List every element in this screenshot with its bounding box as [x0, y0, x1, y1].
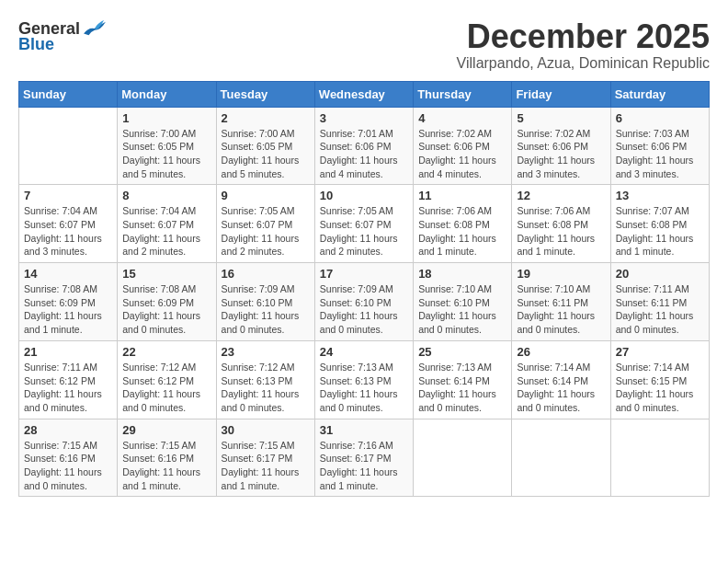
- day-number: 3: [320, 111, 408, 125]
- day-number: 6: [616, 111, 704, 125]
- calendar-cell: 11Sunrise: 7:06 AM Sunset: 6:08 PM Dayli…: [414, 185, 512, 263]
- day-number: 7: [24, 189, 112, 202]
- column-header-monday: Monday: [118, 81, 216, 107]
- calendar-cell: 4Sunrise: 7:02 AM Sunset: 6:06 PM Daylig…: [414, 107, 512, 185]
- day-number: 22: [122, 345, 210, 359]
- calendar-cell: 30Sunrise: 7:15 AM Sunset: 6:17 PM Dayli…: [216, 419, 314, 497]
- day-info: Sunrise: 7:15 AM Sunset: 6:17 PM Dayligh…: [222, 439, 310, 493]
- calendar-header-row: SundayMondayTuesdayWednesdayThursdayFrid…: [19, 81, 710, 107]
- day-info: Sunrise: 7:06 AM Sunset: 6:08 PM Dayligh…: [517, 204, 605, 259]
- calendar-cell: 15Sunrise: 7:08 AM Sunset: 6:09 PM Dayli…: [118, 263, 216, 341]
- day-info: Sunrise: 7:10 AM Sunset: 6:11 PM Dayligh…: [517, 282, 605, 337]
- day-number: 11: [418, 189, 506, 202]
- month-title: December 2025: [457, 18, 710, 55]
- calendar-cell: 2Sunrise: 7:00 AM Sunset: 6:05 PM Daylig…: [216, 107, 314, 185]
- logo-blue-text: Blue: [18, 35, 54, 54]
- day-number: 5: [517, 111, 605, 125]
- day-info: Sunrise: 7:11 AM Sunset: 6:12 PM Dayligh…: [24, 361, 112, 415]
- location-subtitle: Villarpando, Azua, Dominican Republic: [457, 55, 710, 72]
- day-number: 8: [122, 189, 210, 202]
- calendar-cell: 31Sunrise: 7:16 AM Sunset: 6:17 PM Dayli…: [314, 419, 413, 497]
- day-number: 16: [222, 267, 310, 281]
- column-header-saturday: Saturday: [610, 81, 709, 107]
- calendar-cell: 13Sunrise: 7:07 AM Sunset: 6:08 PM Dayli…: [610, 185, 709, 263]
- day-info: Sunrise: 7:12 AM Sunset: 6:13 PM Dayligh…: [222, 361, 310, 415]
- calendar-cell: 17Sunrise: 7:09 AM Sunset: 6:10 PM Dayli…: [314, 263, 413, 341]
- day-info: Sunrise: 7:09 AM Sunset: 6:10 PM Dayligh…: [320, 282, 408, 337]
- day-info: Sunrise: 7:11 AM Sunset: 6:11 PM Dayligh…: [616, 282, 704, 337]
- calendar-cell: 22Sunrise: 7:12 AM Sunset: 6:12 PM Dayli…: [118, 340, 216, 419]
- day-info: Sunrise: 7:02 AM Sunset: 6:06 PM Dayligh…: [418, 127, 506, 181]
- calendar-cell: 21Sunrise: 7:11 AM Sunset: 6:12 PM Dayli…: [19, 340, 118, 419]
- day-number: 1: [122, 111, 210, 125]
- calendar-cell: [512, 419, 610, 497]
- day-number: 29: [122, 423, 210, 437]
- day-info: Sunrise: 7:13 AM Sunset: 6:14 PM Dayligh…: [418, 361, 506, 415]
- day-number: 12: [517, 189, 605, 202]
- day-number: 19: [517, 267, 605, 281]
- day-info: Sunrise: 7:00 AM Sunset: 6:05 PM Dayligh…: [122, 127, 210, 181]
- day-number: 13: [616, 189, 704, 202]
- day-info: Sunrise: 7:16 AM Sunset: 6:17 PM Dayligh…: [320, 439, 408, 493]
- day-info: Sunrise: 7:15 AM Sunset: 6:16 PM Dayligh…: [122, 439, 210, 493]
- calendar-cell: 25Sunrise: 7:13 AM Sunset: 6:14 PM Dayli…: [414, 340, 512, 419]
- day-number: 4: [418, 111, 506, 125]
- day-info: Sunrise: 7:05 AM Sunset: 6:07 PM Dayligh…: [320, 204, 408, 259]
- day-number: 2: [222, 111, 310, 125]
- calendar-cell: 3Sunrise: 7:01 AM Sunset: 6:06 PM Daylig…: [314, 107, 413, 185]
- calendar-cell: 29Sunrise: 7:15 AM Sunset: 6:16 PM Dayli…: [118, 419, 216, 497]
- column-header-wednesday: Wednesday: [314, 81, 413, 107]
- day-number: 24: [320, 345, 408, 359]
- calendar-cell: [414, 419, 512, 497]
- calendar-cell: 18Sunrise: 7:10 AM Sunset: 6:10 PM Dayli…: [414, 263, 512, 341]
- day-number: 20: [616, 267, 704, 281]
- day-info: Sunrise: 7:14 AM Sunset: 6:15 PM Dayligh…: [616, 361, 704, 415]
- calendar-cell: 8Sunrise: 7:04 AM Sunset: 6:07 PM Daylig…: [118, 185, 216, 263]
- calendar-cell: 23Sunrise: 7:12 AM Sunset: 6:13 PM Dayli…: [216, 340, 314, 419]
- calendar-cell: 10Sunrise: 7:05 AM Sunset: 6:07 PM Dayli…: [314, 185, 413, 263]
- day-info: Sunrise: 7:07 AM Sunset: 6:08 PM Dayligh…: [616, 204, 704, 259]
- logo: General Blue: [18, 18, 108, 54]
- day-number: 21: [24, 345, 112, 359]
- logo-bird-icon: [82, 18, 108, 39]
- calendar-cell: 5Sunrise: 7:02 AM Sunset: 6:06 PM Daylig…: [512, 107, 610, 185]
- day-number: 28: [24, 423, 112, 437]
- day-info: Sunrise: 7:15 AM Sunset: 6:16 PM Dayligh…: [24, 439, 112, 493]
- day-info: Sunrise: 7:02 AM Sunset: 6:06 PM Dayligh…: [517, 127, 605, 181]
- day-info: Sunrise: 7:04 AM Sunset: 6:07 PM Dayligh…: [122, 204, 210, 259]
- calendar-week-row: 14Sunrise: 7:08 AM Sunset: 6:09 PM Dayli…: [19, 263, 710, 341]
- column-header-sunday: Sunday: [19, 81, 118, 107]
- day-number: 10: [320, 189, 408, 202]
- day-info: Sunrise: 7:14 AM Sunset: 6:14 PM Dayligh…: [517, 361, 605, 415]
- calendar-cell: [610, 419, 709, 497]
- calendar-cell: 1Sunrise: 7:00 AM Sunset: 6:05 PM Daylig…: [118, 107, 216, 185]
- calendar-week-row: 1Sunrise: 7:00 AM Sunset: 6:05 PM Daylig…: [19, 107, 710, 185]
- calendar-cell: [19, 107, 118, 185]
- calendar-cell: 9Sunrise: 7:05 AM Sunset: 6:07 PM Daylig…: [216, 185, 314, 263]
- day-info: Sunrise: 7:12 AM Sunset: 6:12 PM Dayligh…: [122, 361, 210, 415]
- calendar-cell: 7Sunrise: 7:04 AM Sunset: 6:07 PM Daylig…: [19, 185, 118, 263]
- day-number: 25: [418, 345, 506, 359]
- day-info: Sunrise: 7:09 AM Sunset: 6:10 PM Dayligh…: [222, 282, 310, 337]
- calendar-cell: 19Sunrise: 7:10 AM Sunset: 6:11 PM Dayli…: [512, 263, 610, 341]
- calendar-cell: 20Sunrise: 7:11 AM Sunset: 6:11 PM Dayli…: [610, 263, 709, 341]
- day-number: 14: [24, 267, 112, 281]
- calendar-table: SundayMondayTuesdayWednesdayThursdayFrid…: [18, 81, 710, 498]
- calendar-week-row: 21Sunrise: 7:11 AM Sunset: 6:12 PM Dayli…: [19, 340, 710, 419]
- calendar-cell: 24Sunrise: 7:13 AM Sunset: 6:13 PM Dayli…: [314, 340, 413, 419]
- calendar-week-row: 28Sunrise: 7:15 AM Sunset: 6:16 PM Dayli…: [19, 419, 710, 497]
- day-info: Sunrise: 7:06 AM Sunset: 6:08 PM Dayligh…: [418, 204, 506, 259]
- calendar-cell: 26Sunrise: 7:14 AM Sunset: 6:14 PM Dayli…: [512, 340, 610, 419]
- day-info: Sunrise: 7:08 AM Sunset: 6:09 PM Dayligh…: [24, 282, 112, 337]
- day-number: 31: [320, 423, 408, 437]
- calendar-cell: 16Sunrise: 7:09 AM Sunset: 6:10 PM Dayli…: [216, 263, 314, 341]
- day-number: 23: [222, 345, 310, 359]
- column-header-tuesday: Tuesday: [216, 81, 314, 107]
- calendar-cell: 12Sunrise: 7:06 AM Sunset: 6:08 PM Dayli…: [512, 185, 610, 263]
- day-info: Sunrise: 7:05 AM Sunset: 6:07 PM Dayligh…: [222, 204, 310, 259]
- calendar-week-row: 7Sunrise: 7:04 AM Sunset: 6:07 PM Daylig…: [19, 185, 710, 263]
- day-number: 30: [222, 423, 310, 437]
- day-number: 26: [517, 345, 605, 359]
- day-info: Sunrise: 7:00 AM Sunset: 6:05 PM Dayligh…: [222, 127, 310, 181]
- calendar-cell: 27Sunrise: 7:14 AM Sunset: 6:15 PM Dayli…: [610, 340, 709, 419]
